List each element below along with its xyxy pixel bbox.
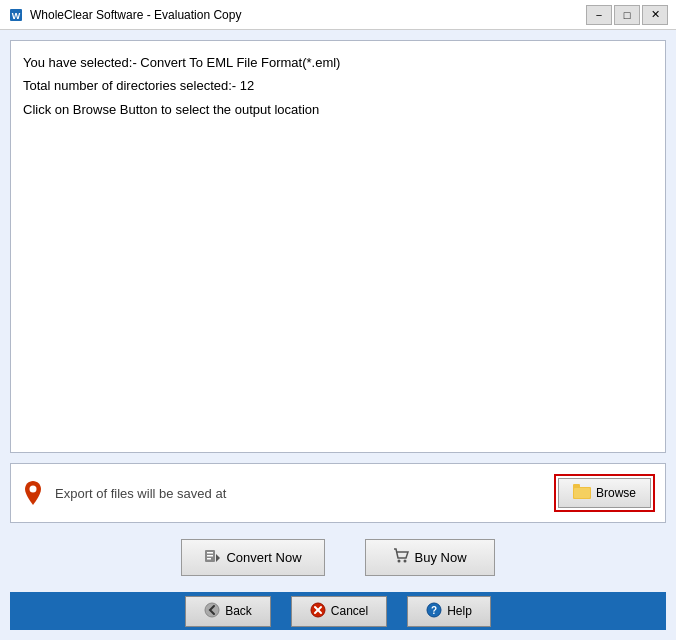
nav-bar: Back Cancel ? Help — [10, 592, 666, 630]
cancel-icon — [310, 602, 326, 621]
back-button[interactable]: Back — [185, 596, 271, 627]
location-icon — [21, 481, 45, 505]
svg-point-12 — [205, 603, 219, 617]
cart-icon — [393, 548, 409, 567]
help-button[interactable]: ? Help — [407, 596, 491, 627]
browse-btn-highlight: Browse — [554, 474, 655, 512]
app-icon: W — [8, 7, 24, 23]
back-label: Back — [225, 604, 252, 618]
convert-now-button[interactable]: Convert Now — [181, 539, 324, 576]
svg-text:?: ? — [431, 605, 437, 616]
output-line-1: You have selected:- Convert To EML File … — [23, 51, 653, 74]
convert-icon — [204, 548, 220, 567]
export-section: Export of files will be saved at Browse — [10, 463, 666, 523]
browse-button[interactable]: Browse — [558, 478, 651, 508]
action-row: Convert Now Buy Now — [10, 533, 666, 582]
window-body: You have selected:- Convert To EML File … — [0, 30, 676, 640]
help-icon: ? — [426, 602, 442, 621]
maximize-button[interactable]: □ — [614, 5, 640, 25]
svg-rect-7 — [207, 552, 213, 554]
folder-icon — [573, 484, 591, 502]
svg-point-10 — [397, 560, 400, 563]
close-button[interactable]: ✕ — [642, 5, 668, 25]
window-title: WholeClear Software - Evaluation Copy — [30, 8, 586, 22]
convert-now-label: Convert Now — [226, 550, 301, 565]
buy-now-button[interactable]: Buy Now — [365, 539, 495, 576]
output-line-2: Total number of directories selected:- 1… — [23, 74, 653, 97]
window-controls[interactable]: − □ ✕ — [586, 5, 668, 25]
buy-now-label: Buy Now — [415, 550, 467, 565]
export-label: Export of files will be saved at — [55, 486, 554, 501]
cancel-label: Cancel — [331, 604, 368, 618]
svg-point-2 — [30, 486, 37, 493]
back-icon — [204, 602, 220, 621]
help-label: Help — [447, 604, 472, 618]
cancel-button[interactable]: Cancel — [291, 596, 387, 627]
title-bar: W WholeClear Software - Evaluation Copy … — [0, 0, 676, 30]
svg-rect-8 — [207, 555, 213, 557]
svg-rect-9 — [207, 558, 211, 560]
output-line-3: Click on Browse Button to select the out… — [23, 98, 653, 121]
output-area: You have selected:- Convert To EML File … — [10, 40, 666, 453]
minimize-button[interactable]: − — [586, 5, 612, 25]
svg-point-11 — [403, 560, 406, 563]
svg-rect-5 — [574, 488, 590, 498]
svg-text:W: W — [12, 11, 21, 21]
browse-label: Browse — [596, 486, 636, 500]
